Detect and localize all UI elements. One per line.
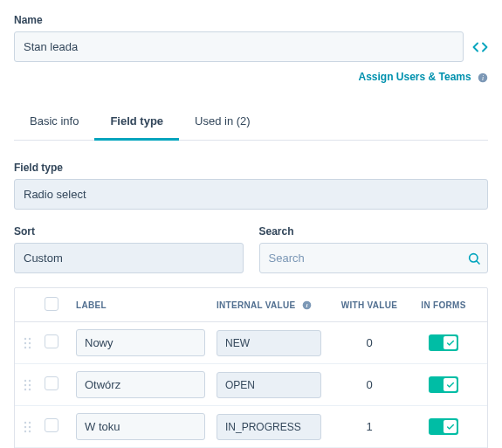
table-header: LABEL INTERNAL VALUE i WITH VALUE IN FOR…: [15, 288, 487, 322]
svg-point-13: [29, 379, 31, 381]
option-label-input[interactable]: [76, 371, 205, 398]
sort-select[interactable]: Custom: [14, 243, 244, 273]
row-checkbox[interactable]: [45, 418, 58, 432]
svg-point-16: [24, 388, 26, 389]
name-label: Name: [14, 14, 488, 26]
option-with-value: 0: [330, 378, 409, 391]
option-internal-value[interactable]: IN_PROGRESS: [217, 414, 321, 440]
options-table: LABEL INTERNAL VALUE i WITH VALUE IN FOR…: [14, 287, 488, 448]
toggle-knob: [444, 336, 457, 349]
svg-point-15: [29, 383, 31, 385]
svg-point-11: [29, 346, 31, 348]
search-icon[interactable]: [467, 252, 481, 265]
toggle-knob: [444, 378, 457, 391]
field-type-select[interactable]: Radio select: [14, 179, 488, 210]
tab-basic-info[interactable]: Basic info: [14, 106, 94, 141]
info-icon: i: [478, 72, 488, 83]
svg-point-12: [24, 379, 26, 381]
in-forms-toggle[interactable]: [429, 376, 458, 393]
select-all-checkbox[interactable]: [45, 297, 58, 311]
in-forms-toggle[interactable]: [429, 334, 458, 351]
svg-point-8: [24, 341, 26, 343]
option-internal-value[interactable]: OPEN: [217, 372, 321, 398]
svg-point-19: [29, 421, 31, 423]
toggle-knob: [444, 420, 457, 433]
svg-point-14: [24, 383, 26, 385]
in-forms-toggle[interactable]: [429, 418, 458, 435]
col-with-value: WITH VALUE: [330, 300, 409, 310]
row-checkbox[interactable]: [45, 376, 58, 390]
svg-point-21: [29, 425, 31, 427]
col-label: LABEL: [76, 300, 217, 310]
option-with-value: 1: [330, 420, 409, 433]
name-input[interactable]: [14, 31, 464, 62]
drag-handle-icon[interactable]: [24, 379, 45, 391]
tab-field-type[interactable]: Field type: [94, 106, 179, 141]
option-with-value: 0: [330, 336, 409, 349]
svg-point-10: [24, 346, 26, 348]
svg-point-18: [24, 421, 26, 423]
drag-handle-icon[interactable]: [24, 337, 45, 349]
search-label: Search: [259, 225, 489, 238]
table-row: NEW 0: [15, 322, 487, 364]
svg-line-3: [477, 261, 479, 264]
assign-users-link[interactable]: Assign Users & Teams: [358, 71, 471, 83]
svg-point-7: [29, 337, 31, 339]
info-icon: i: [302, 300, 312, 310]
table-row: IN_PROGRESS 1: [15, 406, 487, 448]
tabs: Basic info Field type Used in (2): [14, 106, 488, 141]
tab-used-in[interactable]: Used in (2): [179, 106, 266, 141]
svg-point-6: [24, 337, 26, 339]
option-label-input[interactable]: [76, 413, 205, 440]
svg-text:i: i: [306, 301, 307, 307]
svg-point-17: [29, 388, 31, 389]
table-row: OPEN 0: [15, 364, 487, 406]
svg-point-23: [29, 430, 31, 431]
drag-handle-icon[interactable]: [24, 421, 45, 433]
sort-label: Sort: [14, 225, 244, 238]
option-label-input[interactable]: [76, 329, 205, 356]
option-internal-value[interactable]: NEW: [217, 330, 321, 356]
field-type-label: Field type: [14, 162, 488, 174]
svg-text:i: i: [482, 73, 484, 81]
row-checkbox[interactable]: [45, 334, 58, 348]
search-input[interactable]: [259, 243, 489, 273]
svg-point-20: [24, 425, 26, 427]
svg-point-9: [29, 341, 31, 343]
svg-point-22: [24, 430, 26, 431]
col-in-forms: IN FORMS: [409, 300, 478, 310]
code-icon[interactable]: [472, 39, 488, 55]
col-internal: INTERNAL VALUE i: [217, 300, 330, 310]
